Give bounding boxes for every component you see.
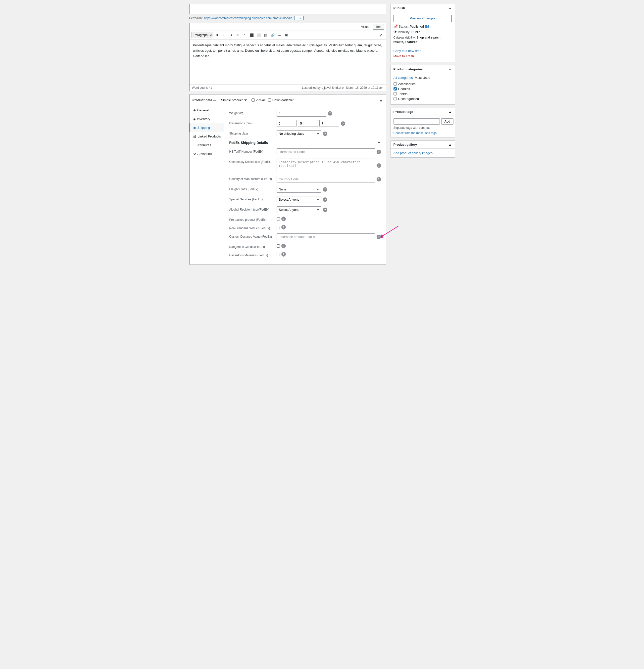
link-button[interactable]: 🔗 [269,32,276,38]
tab-general[interactable]: ⊕ General [190,106,224,115]
hazardous-materials-checkbox[interactable] [277,253,280,256]
editor-content[interactable]: Pellentesque habitant morbi tristique se… [190,40,386,84]
gallery-panel-header[interactable]: Product gallery ▲ [391,141,455,149]
country-manufacture-input[interactable] [277,176,375,183]
cat-tab-most-used[interactable]: Most Used [415,76,430,80]
move-to-trash-link[interactable]: Move to Trash [393,54,452,58]
permalink-url[interactable]: https://woocommercefedexshipping.pluginh… [204,16,292,20]
italic-button[interactable]: I [221,32,227,38]
virtual-label: Virtual: [251,98,266,102]
paragraph-select[interactable]: Paragraph [192,32,213,38]
categories-panel-header[interactable]: Product categories ▲ [391,66,455,73]
commodity-desc-textarea[interactable] [277,159,375,172]
hs-tariff-field: ? [277,148,381,155]
special-services-help-icon: ? [323,197,327,202]
dangerous-goods-label: Dangerous Goods (FedEx) [229,244,274,248]
categories-panel-body: All categories Most Used Accessories Hoo… [391,73,455,104]
product-type-select[interactable]: Simple product [219,97,249,103]
pre-packed-help-icon: ? [281,216,286,221]
permalink-label: Permalink: [189,16,204,20]
more-button[interactable]: ⋯ [276,32,283,38]
post-title-input[interactable]: Hoodie [192,6,383,12]
unordered-list-button[interactable]: ≡ [235,32,241,38]
align-center-button[interactable]: ⬜ [255,32,262,38]
tab-inventory[interactable]: ◈ Inventory [190,115,224,123]
freight-class-field: None ? [277,186,381,193]
downloadable-label: Downloadable: [268,98,294,102]
cat-tab-all[interactable]: All categories [393,76,413,80]
category-uncategorized-checkbox[interactable] [393,97,397,100]
last-edited: Last edited by Ujjawal Shirkot on March … [302,86,383,89]
downloadable-checkbox[interactable] [268,98,271,102]
publish-panel-body: Preview Changes 📌 Status: Published Edit… [391,12,455,62]
tags-panel-header[interactable]: Product tags ▲ [391,108,455,116]
custom-declared-help-icon: ? [377,235,381,239]
hs-tariff-input[interactable] [277,148,375,155]
tag-input[interactable] [393,118,440,125]
permalink-row: Permalink: https://woocommercefedexshipp… [189,16,386,20]
dimensions-label: Dimensions (cm) [229,120,274,125]
fedex-collapse-icon[interactable]: ▼ [377,141,381,145]
category-accessories-checkbox[interactable] [393,82,397,86]
tab-text[interactable]: Text [373,24,384,30]
pre-packed-checkbox[interactable] [277,217,280,220]
category-tshirts: Tshirts [393,92,452,96]
weight-row: Weight (kg) ? [229,110,381,117]
table-button[interactable]: ⊞ [283,32,290,38]
word-count: Word count: 41 [192,86,212,89]
category-uncategorized: Uncategorized [393,97,452,101]
dim-length-input[interactable] [277,120,296,127]
copy-to-draft-link[interactable]: Copy to a new draft [393,49,452,53]
general-icon: ⊕ [193,109,196,112]
align-left-button[interactable]: ⬛ [249,32,255,38]
status-edit-link[interactable]: Edit [425,25,430,28]
shipping-class-select[interactable]: No shipping class [277,130,321,137]
category-hoodies: Hoodies [393,87,452,91]
tab-shipping[interactable]: ▣ Shipping [190,123,224,132]
tab-linked-products[interactable]: ⛓ Linked Products [190,132,224,141]
non-standard-row: Non-Standard product (FedEx) ? [229,225,381,230]
publish-panel-header[interactable]: Publish ▲ [391,4,455,12]
categories-tabs: All categories Most Used [393,76,452,80]
freight-class-select[interactable]: None [277,186,321,193]
special-services-select[interactable]: Select Anyone [277,196,321,203]
pre-packed-field: ? [277,216,381,221]
blockquote-button[interactable]: " [241,32,248,38]
non-standard-checkbox[interactable] [277,226,280,229]
preview-changes-button[interactable]: Preview Changes [393,15,452,22]
expand-button[interactable]: ⤢ [378,32,384,38]
editor-tabs: Visual Text [190,23,386,31]
category-tshirts-checkbox[interactable] [393,92,397,96]
weight-input[interactable] [277,110,326,117]
product-data-collapse-button[interactable]: ▲ [379,98,383,102]
fedex-section-header: FedEx Shipping Details ▼ [229,141,381,145]
visibility-value: Public [411,30,420,34]
shipping-tab-content: Weight (kg) ? Dimensions (cm) [224,106,386,265]
tag-add-button[interactable]: Add [441,118,453,125]
custom-declared-input[interactable] [277,233,375,240]
dim-height-input[interactable] [319,120,339,127]
add-gallery-images-link[interactable]: Add product gallery images [393,151,433,155]
hs-tariff-label: HS Tariff Number (FedEx) [229,148,274,153]
virtual-checkbox[interactable] [251,98,255,102]
non-standard-wrap [277,226,280,229]
align-right-button[interactable]: ▤ [263,32,269,38]
alcohol-recipient-select[interactable]: Select Anyone [277,207,321,213]
dimensions-row: Dimensions (cm) ? [229,120,381,127]
permalink-edit-button[interactable]: Edit [295,16,304,20]
dim-width-input[interactable] [298,120,318,127]
category-accessories-label: Accessories [398,82,416,86]
sidebar: Publish ▲ Preview Changes 📌 Status: Publ… [390,4,455,265]
tab-advanced[interactable]: ⚙ Advanced [190,150,224,158]
tab-visual[interactable]: Visual [359,24,372,30]
tab-attributes[interactable]: ☰ Attributes [190,141,224,150]
weight-help-icon: ? [328,111,332,116]
categories-title: Product categories [393,67,423,71]
commodity-desc-row: Commodity Description (FedEx) ? [229,159,381,172]
dangerous-goods-checkbox[interactable] [277,244,280,247]
shipping-class-row: Shipping class No shipping class ? [229,130,381,137]
strikethrough-button[interactable]: S [228,32,234,38]
choose-tags-link[interactable]: Choose from the most used tags [393,131,436,135]
category-hoodies-checkbox[interactable] [393,87,397,90]
bold-button[interactable]: B [214,32,220,38]
